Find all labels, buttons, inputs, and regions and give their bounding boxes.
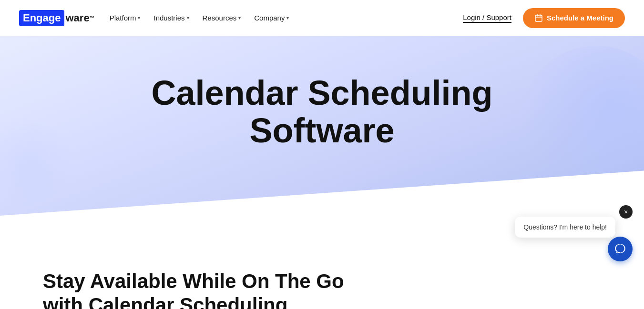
nav-link-platform[interactable]: Platform ▾ <box>110 14 141 22</box>
hero-title-line2: Software <box>249 111 394 150</box>
nav-link-resources-label: Resources <box>203 14 237 22</box>
chevron-down-icon: ▾ <box>138 15 140 20</box>
nav-left: Engageware™ Platform ▾ Industries ▾ Reso… <box>19 10 289 26</box>
nav-link-platform-label: Platform <box>110 14 136 22</box>
schedule-meeting-label: Schedule a Meeting <box>547 14 613 22</box>
lower-section-title: Stay Available While On The Go with Cale… <box>43 269 377 309</box>
calendar-icon <box>534 14 543 22</box>
hero-decoration-right <box>520 46 644 198</box>
nav-right: Login / Support Schedule a Meeting <box>463 8 625 28</box>
chat-bubble: Questions? I'm here to help! <box>515 217 615 238</box>
close-icon: × <box>624 208 628 216</box>
logo-ware: ware <box>65 12 89 24</box>
chevron-down-icon: ▾ <box>286 15 289 20</box>
chat-launcher-button[interactable] <box>608 237 633 261</box>
nav-link-resources[interactable]: Resources ▾ <box>203 14 241 22</box>
hero-title-line1: Calendar Scheduling <box>151 74 492 112</box>
nav-link-industries[interactable]: Industries ▾ <box>153 14 189 22</box>
svg-rect-0 <box>535 15 542 21</box>
chat-bubble-text: Questions? I'm here to help! <box>523 223 607 231</box>
logo-tm: ™ <box>90 15 94 20</box>
hero-decoration-left <box>0 117 76 212</box>
logo[interactable]: Engageware™ <box>19 10 94 26</box>
nav-links: Platform ▾ Industries ▾ Resources ▾ Comp… <box>110 14 289 22</box>
hero-section: Calendar Scheduling Software <box>0 36 644 241</box>
login-support-link[interactable]: Login / Support <box>463 13 511 23</box>
chat-icon <box>614 243 626 255</box>
nav-link-company-label: Company <box>254 14 285 22</box>
nav-link-industries-label: Industries <box>153 14 184 22</box>
logo-engage: Engage <box>19 10 64 26</box>
chat-close-button[interactable]: × <box>619 205 633 219</box>
hero-title: Calendar Scheduling Software <box>108 74 537 150</box>
schedule-meeting-button[interactable]: Schedule a Meeting <box>523 8 625 28</box>
navigation: Engageware™ Platform ▾ Industries ▾ Reso… <box>0 0 644 36</box>
lower-section: Stay Available While On The Go with Cale… <box>0 241 644 309</box>
chevron-down-icon: ▾ <box>238 15 241 20</box>
nav-link-company[interactable]: Company ▾ <box>254 14 289 22</box>
chevron-down-icon: ▾ <box>187 15 189 20</box>
